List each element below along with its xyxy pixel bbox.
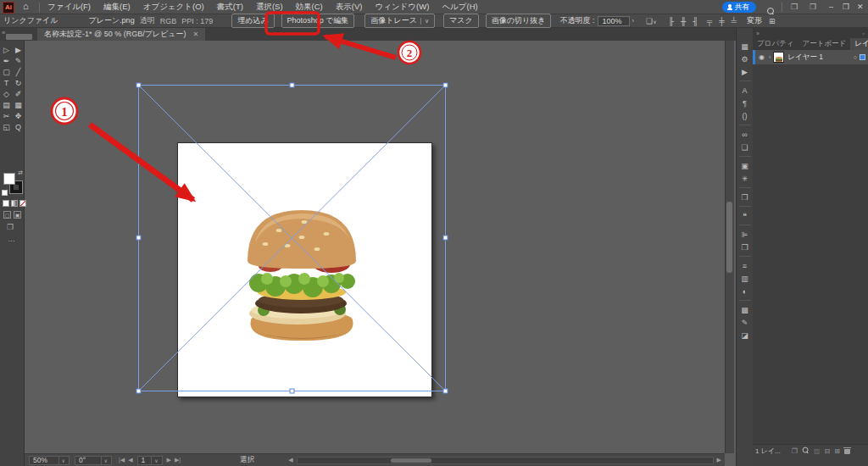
artboards-icon[interactable]: ❏ [737,141,753,153]
window-minimize-button[interactable]: – [829,3,833,11]
tab-artboards[interactable]: アートボード [798,38,851,50]
visibility-eye-icon[interactable]: ◉ [759,53,765,61]
paintbrush-tool[interactable]: ✎ [13,55,25,66]
swap-fill-stroke-icon[interactable]: ⇄ [18,169,23,176]
layers-panel-body[interactable] [753,64,868,444]
horizontal-scrollbar-thumb[interactable] [391,458,431,463]
color-button[interactable] [3,200,9,207]
rotation-field[interactable]: 0° ∨ [75,456,112,465]
draw-normal-mode-button[interactable]: ▢ [3,211,11,219]
align-middle-vertical-icon[interactable]: ╪ [719,17,724,25]
menu-edit[interactable]: 編集(E) [103,2,131,13]
symbols-icon[interactable]: ▩ [737,303,753,316]
shaper-tool[interactable]: ◇ [1,88,13,99]
style-dropdown-icon[interactable]: ❏∨ [646,17,656,25]
layer-thumbnail[interactable] [773,52,784,63]
opacity-chevron-icon[interactable]: › [632,17,634,25]
hand-tool[interactable]: ✥ [13,110,25,121]
arrange-documents-icon[interactable]: ❒ [791,3,798,11]
collect-for-export-icon[interactable]: ❐ [792,447,798,455]
chevron-down-icon[interactable]: ∨ [101,456,108,465]
appearance-icon[interactable]: ✳ [737,172,753,185]
align-bottom-icon[interactable]: ╧ [732,17,737,25]
align-center-horizontal-icon[interactable]: ╫ [681,17,686,25]
mesh-tool[interactable]: ▦ [13,99,25,110]
linked-file-name[interactable]: プレーン.png [88,15,134,26]
screen-mode-icon[interactable]: ❐ [7,223,14,231]
menu-select[interactable]: 選択(S) [256,2,283,13]
window-restore-button[interactable]: ❐ [843,3,849,11]
layer-selection-indicator[interactable] [860,54,865,60]
edit-in-photoshop-button[interactable]: Photoshop で編集 [281,14,355,28]
opentype-icon[interactable]: () [737,109,753,122]
canvas[interactable] [25,41,723,453]
share-button[interactable]: 共有 [722,2,756,13]
align-left-icon[interactable]: ╟ [669,17,674,25]
align-right-icon[interactable]: ╢ [693,17,698,25]
gradient-icon[interactable]: ▥ [737,272,753,285]
type-tool[interactable]: T [1,77,13,88]
home-icon[interactable]: ⌂ [23,1,29,11]
mask-button[interactable]: マスク [443,14,479,28]
scroll-right-icon[interactable]: ▶ [717,457,721,463]
menu-help[interactable]: ヘルプ(H) [442,2,477,13]
horizontal-scrollbar[interactable] [297,457,714,464]
transform-icon[interactable]: ▣ [737,159,753,172]
direct-selection-tool[interactable]: ▶ [13,44,25,55]
zoom-level-field[interactable]: 50% ∨ [29,456,70,465]
edit-toolbar-icon[interactable]: … [8,235,16,243]
first-artboard-icon[interactable]: |◀ [119,457,125,463]
workspace-switcher-icon[interactable]: ❐ [810,3,816,11]
layer-target-icon[interactable]: ○ [854,54,857,60]
actions-gear-icon[interactable]: ⚙ [737,53,753,65]
rotate-tool[interactable]: ↻ [13,77,25,88]
chevron-down-icon[interactable]: ∨ [58,456,65,465]
tab-layers[interactable]: レイヤー [850,38,868,50]
artboard[interactable] [177,142,432,397]
last-artboard-icon[interactable]: ▶| [175,457,181,463]
pathfinder-icon[interactable]: ❒ [737,241,753,253]
collapse-panels-icon[interactable]: » [756,31,760,36]
none-button[interactable] [19,200,26,207]
menu-effect[interactable]: 効果(C) [296,2,323,13]
image-trace-button[interactable]: 画像トレース ∨ [364,14,435,28]
gradient-button[interactable] [11,200,18,207]
selection-tool[interactable]: ▷ [1,44,13,55]
transform-link[interactable]: 変形 [747,15,762,26]
brushes-icon[interactable]: ✎ [737,316,753,329]
tab-strip-scroll[interactable] [6,34,32,40]
comments-icon[interactable]: ❝ [737,209,753,222]
make-mask-icon[interactable]: ▨ [814,447,821,455]
delete-layer-icon[interactable] [844,447,850,456]
embed-button[interactable]: 埋め込み [231,14,274,28]
next-artboard-icon[interactable]: ▶ [167,457,171,463]
new-layer-icon[interactable]: ⊞ [834,447,840,455]
paragraph-icon[interactable]: ¶ [737,97,753,109]
rectangle-tool[interactable]: ▢ [1,66,13,77]
locate-object-icon[interactable] [802,447,810,456]
menu-type[interactable]: 書式(T) [217,2,243,13]
chevron-down-icon[interactable]: ∨ [420,18,429,25]
fill-swatch[interactable] [3,173,15,185]
chevron-down-icon[interactable]: ∨ [151,456,158,465]
panel-drag-handle[interactable]: ▫ [863,31,865,36]
menu-view[interactable]: 表示(V) [336,2,363,13]
layers-icon[interactable]: ◪ [737,329,753,341]
zoom-tool[interactable]: Q [13,121,25,132]
export-icon[interactable]: ❐ [737,191,753,203]
tab-properties[interactable]: プロパティ [753,38,798,50]
stroke-icon[interactable]: ≡ [737,259,753,272]
pen-tool[interactable]: ✒ [1,55,13,66]
scroll-left-icon[interactable]: ◀ [288,457,292,463]
align-icon[interactable]: ⊫ [737,228,753,241]
window-close-button[interactable]: ✕ [857,3,864,11]
menu-window[interactable]: ウィンドウ(W) [375,2,429,13]
artboard-number-field[interactable]: 1 ∨ [137,456,163,465]
collapse-dock-icon[interactable]: « [2,29,5,36]
document-tab[interactable]: 名称未設定-1* @ 50 % (RGB/プレビュー) ✕ [37,28,205,41]
close-tab-icon[interactable]: ✕ [193,31,199,38]
layer-row[interactable]: ◉ › レイヤー 1 ○ [753,50,868,64]
menu-file[interactable]: ファイル(F) [47,2,91,13]
artboard-tool[interactable]: ◱ [1,121,13,132]
pencil-tool[interactable]: ✐ [13,88,25,99]
